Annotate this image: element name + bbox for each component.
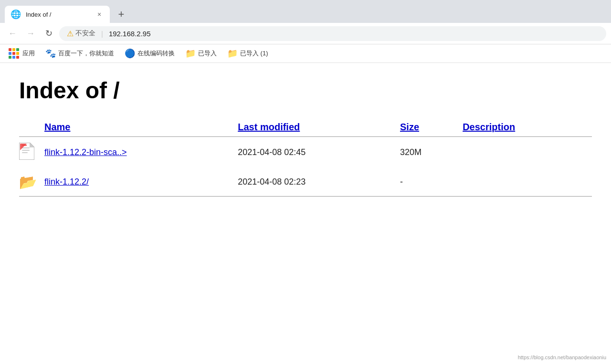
file-table-body: flink-1.12.2-bin-sca..>2021-04-08 02:453… [19, 137, 592, 197]
file-icon-cell [19, 137, 44, 168]
file-date-cell: 2021-04-08 02:45 [238, 137, 400, 168]
bookmark-imported1[interactable]: 📁 已导入 [181, 46, 221, 61]
address-text: 192.168.2.95 [109, 30, 151, 38]
th-last-modified[interactable]: Last modified [238, 118, 400, 137]
active-tab[interactable]: 🌐 Index of / × [5, 6, 110, 23]
forward-button[interactable]: → [23, 26, 38, 41]
folder-icon-1: 📁 [185, 48, 196, 59]
warning-triangle-icon: ⚠ [67, 29, 74, 38]
codec-icon: 🔵 [125, 48, 135, 59]
file-size-cell: - [400, 168, 463, 197]
th-icon [19, 118, 44, 137]
pipe-divider: | [101, 30, 103, 38]
apps-grid-icon [9, 48, 19, 59]
table-row: 📂flink-1.12.2/2021-04-08 02:23- [19, 168, 592, 197]
reload-button[interactable]: ↻ [41, 26, 56, 41]
security-label: 不安全 [75, 29, 95, 38]
bookmark-codec[interactable]: 🔵 在线编码转换 [121, 46, 179, 61]
file-description-cell [463, 168, 592, 197]
table-row: flink-1.12.2-bin-sca..>2021-04-08 02:453… [19, 137, 592, 168]
svg-rect-3 [22, 147, 30, 148]
file-document-icon [19, 143, 34, 160]
security-warning: ⚠ 不安全 [67, 29, 95, 38]
baidu-icon: 🐾 [45, 48, 56, 59]
file-link[interactable]: flink-1.12.2-bin-sca..> [44, 147, 127, 157]
browser-chrome: 🌐 Index of / × + ← → ↻ ⚠ 不安全 | 192.168.2… [0, 0, 611, 63]
bookmark-baidu-label: 百度一下，你就知道 [58, 49, 114, 58]
table-header-row: Name Last modified Size Description [19, 118, 592, 137]
bookmark-imported2[interactable]: 📁 已导入 (1) [223, 46, 272, 61]
file-table: Name Last modified Size Description flin… [19, 118, 592, 197]
bookmark-imported2-label: 已导入 (1) [240, 49, 268, 58]
file-link[interactable]: flink-1.12.2/ [44, 177, 89, 187]
th-size[interactable]: Size [400, 118, 463, 137]
file-description-cell [463, 137, 592, 168]
tab-globe-icon: 🌐 [11, 9, 21, 20]
address-bar-row: ← → ↻ ⚠ 不安全 | 192.168.2.95 [0, 23, 611, 44]
th-name[interactable]: Name [44, 118, 238, 137]
tab-title: Index of / [26, 11, 90, 18]
bookmarks-bar: 应用 🐾 百度一下，你就知道 🔵 在线编码转换 📁 已导入 📁 已导入 (1) [0, 44, 611, 63]
tab-close-button[interactable]: × [95, 10, 104, 19]
folder-icon-2: 📁 [227, 48, 238, 59]
file-name-cell[interactable]: flink-1.12.2-bin-sca..> [44, 137, 238, 168]
file-name-cell[interactable]: flink-1.12.2/ [44, 168, 238, 197]
bookmark-codec-label: 在线编码转换 [137, 49, 175, 58]
bookmark-apps[interactable]: 应用 [5, 46, 39, 61]
folder-icon: 📂 [19, 174, 37, 190]
page-content: Index of / Name Last modified Size Descr… [0, 63, 611, 302]
th-description[interactable]: Description [463, 118, 592, 137]
file-icon-cell: 📂 [19, 168, 44, 197]
new-tab-button[interactable]: + [113, 6, 130, 23]
tab-bar: 🌐 Index of / × + [0, 0, 611, 23]
svg-rect-4 [22, 150, 30, 151]
svg-rect-5 [22, 152, 28, 153]
bookmark-apps-label: 应用 [22, 49, 35, 58]
address-box[interactable]: ⚠ 不安全 | 192.168.2.95 [59, 26, 606, 41]
svg-marker-1 [30, 143, 34, 147]
file-date-cell: 2021-04-08 02:23 [238, 168, 400, 197]
file-size-cell: 320M [400, 137, 463, 168]
bookmark-imported1-label: 已导入 [198, 49, 217, 58]
page-title: Index of / [19, 77, 592, 104]
back-button[interactable]: ← [5, 26, 20, 41]
bookmark-baidu[interactable]: 🐾 百度一下，你就知道 [42, 46, 118, 61]
